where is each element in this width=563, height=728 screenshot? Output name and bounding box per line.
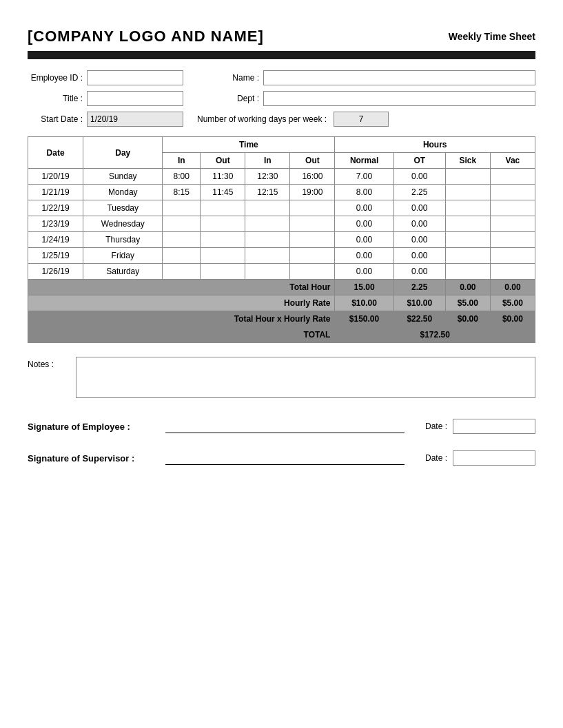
cell-r0-c1: Sunday <box>83 169 163 185</box>
cell-r5-c0: 1/25/19 <box>28 248 83 264</box>
cell-r4-c6: 0.00 <box>335 232 393 248</box>
grand-total-row: TOTAL $172.50 <box>28 327 535 343</box>
cell-r1-c0: 1/21/19 <box>28 185 83 200</box>
cell-r3-c0: 1/23/19 <box>28 216 83 232</box>
cell-r2-c6: 0.00 <box>335 200 393 216</box>
title-input[interactable] <box>87 91 183 106</box>
notes-label: Notes : <box>28 357 69 369</box>
sub-time-out1: Out <box>201 153 245 169</box>
cell-r1-c7: 2.25 <box>393 185 445 200</box>
cell-r2-c7: 0.00 <box>393 200 445 216</box>
total-value: $172.50 <box>335 327 535 343</box>
cell-r2-c4 <box>245 200 290 216</box>
sub-time-in1: In <box>163 153 201 169</box>
employee-name-row: Employee ID : Name : <box>28 70 535 85</box>
cell-r5-c9 <box>490 248 535 264</box>
name-input[interactable] <box>263 70 535 85</box>
cell-r4-c0: 1/24/19 <box>28 232 83 248</box>
employee-date-label: Date : <box>425 422 447 431</box>
col-time: Time <box>163 137 335 153</box>
cell-r1-c3: 11:45 <box>201 185 245 200</box>
table-row: 1/21/19Monday8:1511:4512:1519:008.002.25 <box>28 185 535 200</box>
total-hour-rate-normal: $150.00 <box>335 311 393 327</box>
total-label: TOTAL <box>28 327 335 343</box>
cell-r6-c4 <box>245 264 290 280</box>
cell-r1-c1: Monday <box>83 185 163 200</box>
notes-input[interactable] <box>76 357 535 398</box>
sub-sick: Sick <box>445 153 490 169</box>
working-days-input[interactable] <box>334 112 389 127</box>
cell-r0-c4: 12:30 <box>245 169 290 185</box>
cell-r5-c4 <box>245 248 290 264</box>
cell-r3-c9 <box>490 216 535 232</box>
sub-time-in2: In <box>245 153 290 169</box>
cell-r4-c5 <box>290 232 335 248</box>
cell-r3-c1: Wednesday <box>83 216 163 232</box>
timesheet-table: Date Day Time Hours In Out In Out Normal… <box>28 136 535 343</box>
total-hour-rate-sick: $0.00 <box>445 311 490 327</box>
header-divider <box>28 51 535 59</box>
table-row: 1/23/19Wednesday0.000.00 <box>28 216 535 232</box>
col-day: Day <box>83 137 163 169</box>
company-logo: [COMPANY LOGO AND NAME] <box>28 28 264 45</box>
dept-label: Dept : <box>204 94 259 103</box>
cell-r3-c4 <box>245 216 290 232</box>
cell-r5-c2 <box>163 248 201 264</box>
cell-r1-c5: 19:00 <box>290 185 335 200</box>
sheet-title: Weekly Time Sheet <box>449 31 535 42</box>
start-date-input[interactable] <box>87 112 183 127</box>
cell-r3-c3 <box>201 216 245 232</box>
hourly-rate-row: Hourly Rate $10.00 $10.00 $5.00 $5.00 <box>28 295 535 311</box>
sub-ot: OT <box>393 153 445 169</box>
cell-r6-c5 <box>290 264 335 280</box>
cell-r5-c5 <box>290 248 335 264</box>
cell-r2-c0: 1/22/19 <box>28 200 83 216</box>
name-label: Name : <box>204 73 259 83</box>
total-hour-rate-label: Total Hour x Hourly Rate <box>28 311 335 327</box>
cell-r4-c3 <box>201 232 245 248</box>
cell-r5-c3 <box>201 248 245 264</box>
employee-date-input[interactable] <box>453 419 535 434</box>
title-dept-row: Title : Dept : <box>28 91 535 106</box>
cell-r2-c9 <box>490 200 535 216</box>
total-hour-label: Total Hour <box>28 280 335 295</box>
cell-r3-c5 <box>290 216 335 232</box>
table-row: 1/20/19Sunday8:0011:3012:3016:007.000.00 <box>28 169 535 185</box>
hourly-rate-label: Hourly Rate <box>28 295 335 311</box>
total-hour-vac: 0.00 <box>490 280 535 295</box>
cell-r2-c2 <box>163 200 201 216</box>
cell-r6-c9 <box>490 264 535 280</box>
cell-r3-c8 <box>445 216 490 232</box>
cell-r6-c7: 0.00 <box>393 264 445 280</box>
cell-r6-c6: 0.00 <box>335 264 393 280</box>
cell-r1-c9 <box>490 185 535 200</box>
cell-r6-c8 <box>445 264 490 280</box>
start-date-label: Start Date : <box>28 114 83 124</box>
total-hour-row: Total Hour 15.00 2.25 0.00 0.00 <box>28 280 535 295</box>
supervisor-date-label: Date : <box>425 453 447 463</box>
hourly-rate-normal: $10.00 <box>335 295 393 311</box>
cell-r4-c9 <box>490 232 535 248</box>
cell-r4-c7: 0.00 <box>393 232 445 248</box>
cell-r6-c0: 1/26/19 <box>28 264 83 280</box>
cell-r4-c8 <box>445 232 490 248</box>
employee-signature-row: Signature of Employee : Date : <box>28 419 535 434</box>
employee-id-input[interactable] <box>87 70 183 85</box>
cell-r2-c5 <box>290 200 335 216</box>
total-hour-rate-ot: $22.50 <box>393 311 445 327</box>
employee-sig-line <box>165 419 405 433</box>
cell-r1-c8 <box>445 185 490 200</box>
total-hour-rate-row: Total Hour x Hourly Rate $150.00 $22.50 … <box>28 311 535 327</box>
cell-r0-c6: 7.00 <box>335 169 393 185</box>
cell-r1-c6: 8.00 <box>335 185 393 200</box>
supervisor-date-input[interactable] <box>453 450 535 466</box>
supervisor-sig-label: Signature of Supervisor : <box>28 453 165 464</box>
header: [COMPANY LOGO AND NAME] Weekly Time Shee… <box>28 28 535 45</box>
signature-section: Signature of Employee : Date : Signature… <box>28 419 535 466</box>
cell-r1-c4: 12:15 <box>245 185 290 200</box>
cell-r4-c4 <box>245 232 290 248</box>
dept-input[interactable] <box>263 91 535 106</box>
sub-time-out2: Out <box>290 153 335 169</box>
title-label: Title : <box>28 94 83 103</box>
cell-r1-c2: 8:15 <box>163 185 201 200</box>
